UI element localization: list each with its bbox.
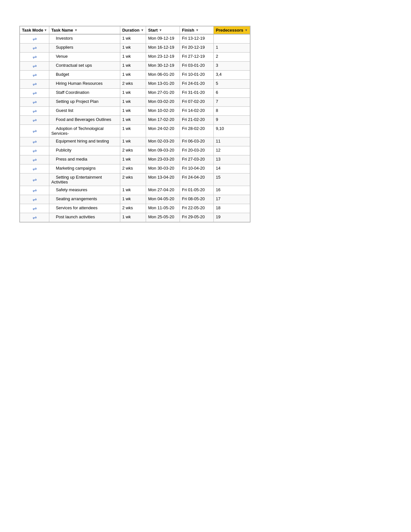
col-header-predecessors: Predecessors ▼ (214, 26, 250, 34)
task-name-cell: Seating arrangements (49, 195, 120, 204)
task-mode-cell: ⇌ (20, 164, 49, 173)
task-mode-cell: ⇌ (20, 204, 49, 213)
task-name-cell: Setting up Entertainment Activities (49, 173, 120, 186)
task-mode-icon: ⇌ (33, 72, 37, 78)
table-row[interactable]: ⇌Post launch activities1 wkMon 25-05-20F… (20, 213, 250, 222)
task-mode-icon: ⇌ (33, 99, 37, 105)
table-row[interactable]: ⇌Guest list1 wkMon 10-02-20Fri 14-02-208 (20, 107, 250, 116)
task-mode-icon: ⇌ (33, 54, 37, 60)
finish-cell: Fri 29-05-20 (180, 213, 214, 222)
finish-cell: Fri 07-02-20 (180, 98, 214, 107)
duration-cell: 2 wks (120, 146, 146, 155)
finish-cell: Fri 24-01-20 (180, 80, 214, 89)
start-sort-icon[interactable]: ▼ (159, 28, 162, 32)
predecessors-cell: 19 (214, 213, 250, 222)
table-row[interactable]: ⇌Food and Beverages Outlines1 wkMon 17-0… (20, 116, 250, 125)
table-row[interactable]: ⇌Investors1 wkMon 09-12-19Fri 13-12-19 (20, 34, 250, 44)
task-name-text: Safety measures (51, 187, 87, 192)
table-row[interactable]: ⇌Staff Coordination1 wkMon 27-01-20Fri 3… (20, 89, 250, 98)
table-row[interactable]: ⇌Publicity2 wksMon 09-03-20Fri 20-03-201… (20, 146, 250, 155)
start-cell: Mon 23-12-19 (146, 53, 180, 62)
table-row[interactable]: ⇌Setting up Project Plan1 wkMon 03-02-20… (20, 98, 250, 107)
col-header-duration: Duration ▼ (120, 26, 146, 34)
task-mode-icon: ⇌ (33, 128, 37, 134)
table-row[interactable]: ⇌Marketing campaigns2 wksMon 30-03-20Fri… (20, 164, 250, 173)
task-mode-label: Task Mode (22, 28, 43, 33)
duration-label: Duration (122, 28, 139, 33)
start-cell: Mon 09-12-19 (146, 34, 180, 44)
table-row[interactable]: ⇌Adoption of Technological Services-1 wk… (20, 125, 250, 137)
duration-cell: 2 wks (120, 204, 146, 213)
finish-cell: Fri 27-03-20 (180, 155, 214, 164)
task-name-cell: Services for attendees (49, 204, 120, 213)
predecessors-cell: 9 (214, 116, 250, 125)
task-name-text: Marketing campaigns (51, 166, 96, 171)
predecessors-sort-icon[interactable]: ▼ (245, 28, 248, 32)
task-name-text: Seating arrangements (51, 196, 97, 201)
task-mode-sort-icon[interactable]: ▼ (44, 28, 47, 32)
duration-cell: 2 wks (120, 164, 146, 173)
table-row[interactable]: ⇌Suppliers1 wkMon 16-12-19Fri 20-12-191 (20, 44, 250, 53)
predecessors-cell: 11 (214, 137, 250, 146)
duration-cell: 2 wks (120, 80, 146, 89)
task-name-text: Investors (51, 36, 73, 41)
duration-cell: 2 wks (120, 173, 146, 186)
duration-cell: 1 wk (120, 62, 146, 71)
start-cell: Mon 02-03-20 (146, 137, 180, 146)
start-cell: Mon 06-01-20 (146, 71, 180, 80)
predecessors-cell: 2 (214, 53, 250, 62)
finish-cell: Fri 10-04-20 (180, 164, 214, 173)
start-cell: Mon 30-03-20 (146, 164, 180, 173)
predecessors-cell (214, 34, 250, 44)
col-header-finish: Finish ▼ (180, 26, 214, 34)
task-name-cell: Contractual set ups (49, 62, 120, 71)
task-name-cell: Investors (49, 34, 120, 44)
finish-cell: Fri 14-02-20 (180, 107, 214, 116)
task-name-cell: Guest list (49, 107, 120, 116)
predecessors-cell: 12 (214, 146, 250, 155)
task-name-cell: Marketing campaigns (49, 164, 120, 173)
table-row[interactable]: ⇌Press and media1 wkMon 23-03-20Fri 27-0… (20, 155, 250, 164)
finish-cell: Fri 06-03-20 (180, 137, 214, 146)
task-mode-cell: ⇌ (20, 195, 49, 204)
task-name-text: Staff Coordination (51, 90, 89, 95)
table-row[interactable]: ⇌Contractual set ups1 wkMon 30-12-19Fri … (20, 62, 250, 71)
finish-cell: Fri 31-01-20 (180, 89, 214, 98)
start-cell: Mon 23-03-20 (146, 155, 180, 164)
col-header-task-name: Task Name ▼ (49, 26, 120, 34)
duration-cell: 1 wk (120, 53, 146, 62)
table-row[interactable]: ⇌Venue1 wkMon 23-12-19Fri 27-12-192 (20, 53, 250, 62)
task-mode-icon: ⇌ (33, 108, 37, 114)
table-row[interactable]: ⇌Seating arrangements1 wkMon 04-05-20Fri… (20, 195, 250, 204)
duration-cell: 1 wk (120, 71, 146, 80)
predecessors-cell: 9,10 (214, 125, 250, 137)
table-row[interactable]: ⇌Safety measures1 wkMon 27-04-20Fri 01-0… (20, 186, 250, 195)
table-row[interactable]: ⇌Equipment hiring and testing1 wkMon 02-… (20, 137, 250, 146)
task-mode-cell: ⇌ (20, 107, 49, 116)
predecessors-cell: 6 (214, 89, 250, 98)
duration-cell: 1 wk (120, 155, 146, 164)
task-mode-cell: ⇌ (20, 125, 49, 137)
start-cell: Mon 13-04-20 (146, 173, 180, 186)
task-name-text: Suppliers (51, 45, 73, 50)
table-row[interactable]: ⇌Setting up Entertainment Activities2 wk… (20, 173, 250, 186)
task-mode-icon: ⇌ (33, 188, 37, 193)
task-mode-icon: ⇌ (33, 63, 37, 69)
table-row[interactable]: ⇌Services for attendees2 wksMon 11-05-20… (20, 204, 250, 213)
task-mode-icon: ⇌ (33, 157, 37, 163)
task-name-text: Post launch activities (51, 214, 95, 219)
task-mode-cell: ⇌ (20, 89, 49, 98)
duration-cell: 1 wk (120, 107, 146, 116)
task-name-cell: Suppliers (49, 44, 120, 53)
finish-sort-icon[interactable]: ▼ (196, 28, 199, 32)
duration-sort-icon[interactable]: ▼ (141, 28, 144, 32)
task-name-cell: Food and Beverages Outlines (49, 116, 120, 125)
task-mode-cell: ⇌ (20, 62, 49, 71)
start-cell: Mon 09-03-20 (146, 146, 180, 155)
task-name-text: Venue (51, 54, 68, 59)
task-mode-icon: ⇌ (33, 139, 37, 144)
task-name-sort-icon[interactable]: ▼ (74, 28, 78, 32)
table-row[interactable]: ⇌Budget1 wkMon 06-01-20Fri 10-01-203,4 (20, 71, 250, 80)
table-row[interactable]: ⇌Hiring Human Resources2 wksMon 13-01-20… (20, 80, 250, 89)
task-mode-icon: ⇌ (33, 166, 37, 172)
